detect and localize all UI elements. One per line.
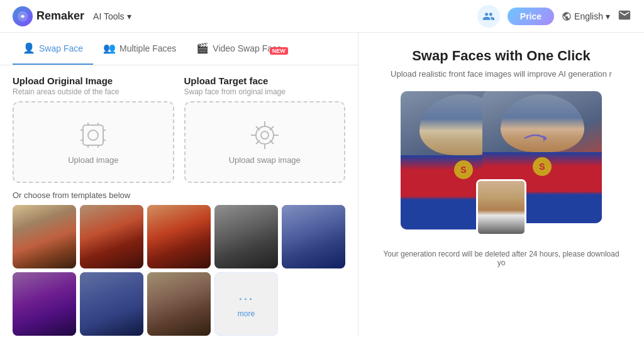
upload-target-label: Upload swap image [229, 155, 301, 165]
svg-marker-5 [543, 135, 547, 141]
right-title: Swap Faces with One Click [412, 48, 591, 64]
left-panel: 👤 Swap Face 👥 Multiple Faces 🎬 Video Swa… [0, 33, 358, 337]
template-thumb-6[interactable] [13, 272, 76, 336]
more-label: more [238, 309, 255, 318]
right-subtitle: Upload realistic front face images will … [391, 69, 612, 79]
tab-video-swap[interactable]: 🎬 Video Swap Face NEW [186, 33, 296, 65]
template-thumb-7[interactable] [80, 272, 143, 336]
upload-original-box: Upload Original Image Retain areas outsi… [13, 75, 174, 183]
upload-target-box: Upload Target face Swap face from origin… [184, 75, 346, 183]
demo-note: Your generation record will be deleted a… [376, 250, 626, 267]
upload-section: Upload Original Image Retain areas outsi… [0, 65, 358, 191]
upload-target-title: Upload Target face [184, 75, 346, 86]
price-button[interactable]: Price [508, 8, 554, 25]
template-thumb-8[interactable] [147, 272, 211, 336]
chevron-down-icon: ▾ [127, 11, 131, 21]
template-grid: ··· more [0, 205, 358, 336]
logo-icon [13, 6, 33, 26]
right-panel: Swap Faces with One Click Upload realist… [358, 33, 644, 337]
upload-original-label: Upload image [68, 155, 118, 165]
group-icon: 👥 [103, 42, 116, 54]
templates-label: Or choose from templates below [0, 191, 358, 205]
video-icon: 🎬 [196, 42, 209, 54]
mail-button[interactable] [618, 8, 631, 24]
header-left: Remaker AI Tools ▾ [13, 6, 136, 26]
upload-target-dropzone[interactable]: Upload swap image [184, 101, 346, 183]
more-dots-icon: ··· [238, 290, 253, 307]
template-thumb-1[interactable] [13, 205, 76, 268]
arrow-icon [523, 129, 548, 150]
upload-target-subtitle: Swap face from original image [184, 87, 346, 96]
tabs: 👤 Swap Face 👥 Multiple Faces 🎬 Video Swa… [0, 33, 358, 65]
new-badge: NEW [270, 47, 288, 55]
main-content: 👤 Swap Face 👥 Multiple Faces 🎬 Video Swa… [0, 33, 644, 337]
demo-area: S S [401, 91, 602, 242]
chevron-down-icon: ▾ [606, 11, 610, 21]
template-thumb-2[interactable] [80, 205, 143, 268]
language-button[interactable]: English ▾ [562, 11, 610, 21]
face-overlay [476, 179, 526, 236]
person-icon: 👤 [23, 42, 35, 54]
logo-text: Remaker [36, 9, 84, 23]
upload-original-title: Upload Original Image [13, 75, 174, 86]
template-more-button[interactable]: ··· more [214, 272, 278, 336]
template-thumb-5[interactable] [282, 205, 345, 268]
ai-tools-button[interactable]: AI Tools ▾ [88, 9, 136, 24]
tab-multiple-faces[interactable]: 👥 Multiple Faces [93, 33, 186, 65]
upload-original-dropzone[interactable]: Upload image [13, 101, 174, 183]
tab-swap-face[interactable]: 👤 Swap Face [13, 33, 93, 65]
header: Remaker AI Tools ▾ Price English ▾ [0, 0, 644, 33]
template-thumb-3[interactable] [147, 205, 211, 268]
upload-original-subtitle: Retain areas outside of the face [13, 87, 174, 96]
svg-point-4 [261, 131, 269, 139]
header-right: Price English ▾ [477, 5, 631, 28]
svg-point-2 [88, 130, 98, 140]
svg-rect-1 [83, 125, 103, 145]
group-icon-button[interactable] [477, 5, 500, 28]
template-thumb-4[interactable] [214, 205, 278, 268]
